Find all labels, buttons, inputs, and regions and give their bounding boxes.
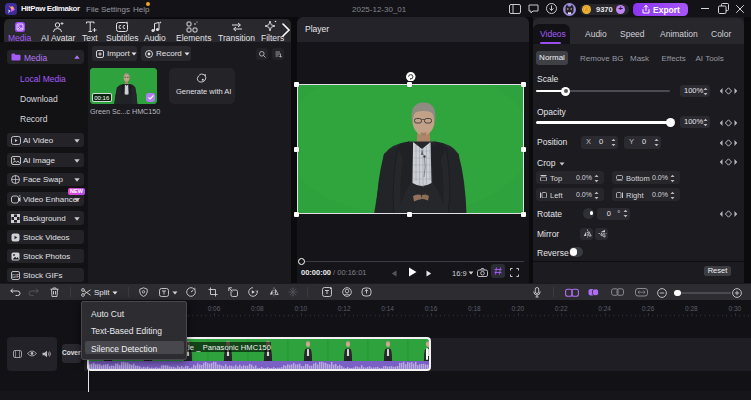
svg-text:GIF: GIF <box>12 273 20 278</box>
